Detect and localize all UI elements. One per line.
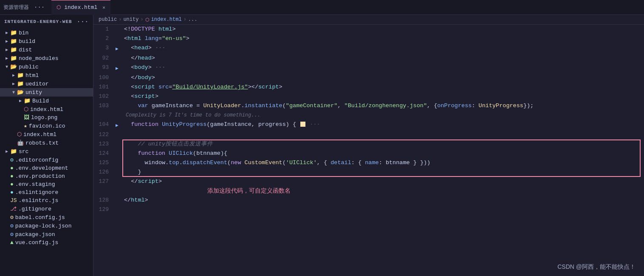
code-line-123: 123 // unity按钮点击发送事件 (93, 139, 644, 149)
sidebar-item-html[interactable]: ▶ 📁 html (0, 71, 93, 80)
breadcrumb-html-icon: ⬡ (145, 17, 150, 23)
sidebar-item-label: vue.config.js (15, 239, 58, 246)
code-line-100: 100 </body> (93, 73, 644, 83)
sidebar-item-label: Build (32, 98, 49, 104)
sidebar-item-bin[interactable]: ▶ 📁 bin (0, 28, 93, 37)
txt-icon: 🤖 (17, 139, 24, 146)
chevron-right-icon: ▶ (10, 81, 17, 86)
sidebar-header: INTEGRATED-ENERGY-WEB ··· (0, 15, 93, 28)
code-line-103b: Complexity is 7 It's time to do somethin… (93, 111, 644, 120)
sidebar-dots[interactable]: ··· (77, 18, 89, 25)
breadcrumb-public: public (99, 17, 117, 23)
code-line-128: 128 </html> (93, 196, 644, 205)
sidebar-item-dist[interactable]: ▶ 📁 dist (0, 46, 93, 54)
folder-open-icon: 📂 (10, 63, 17, 70)
sidebar-item-vue-config[interactable]: ▲ vue.config.js (0, 239, 93, 247)
sidebar-item-gitignore[interactable]: ⎇ .gitignore (0, 205, 93, 213)
folder-icon: 📁 (10, 55, 17, 62)
sidebar-item-label: .env.development (15, 165, 68, 171)
sidebar-item-label: build (19, 38, 35, 45)
breadcrumb-index-html: index.html (151, 17, 182, 23)
json-icon: ⚙ (10, 231, 14, 238)
sidebar-item-editorconfig[interactable]: ⚙ .editorconfig (0, 156, 93, 164)
sidebar-item-label: dist (19, 47, 32, 53)
code-line-126: 126 } (93, 168, 644, 177)
sidebar-item-label: .eslintignore (15, 189, 58, 196)
code-line-3: 3 ▶ <head> ··· (93, 43, 644, 54)
js-icon: JS (10, 197, 17, 204)
editor-tab[interactable]: ⬡ index.html ✕ (51, 0, 110, 15)
chevron-right-icon: ▶ (3, 56, 10, 61)
code-line-104: 104 ▶ function UnityProgress(gameInstanc… (93, 120, 644, 130)
sidebar-item-env-staging[interactable]: ● .env.staging (0, 180, 93, 188)
sidebar-item-public[interactable]: ▼ 📂 public (0, 63, 93, 71)
sidebar-item-robots-txt[interactable]: 🤖 robots.txt (0, 139, 93, 147)
sidebar-item-label: public (19, 64, 39, 70)
editor-area[interactable]: 1 <!DOCTYPE html> 2 <html lang="en-us"> … (93, 25, 644, 276)
vue-icon: ▲ (10, 239, 14, 246)
sidebar-item-logo-png[interactable]: 🖼 logo.png (0, 114, 93, 122)
code-line-103: 103 var gameInstance = UnityLoader.insta… (93, 101, 644, 111)
sidebar-item-build[interactable]: ▶ 📁 build (0, 37, 93, 46)
folder-icon: 📁 (10, 46, 17, 53)
code-line-127: 127 </script> (93, 177, 644, 186)
sidebar-item-package-lock[interactable]: ⚙ package-lock.json (0, 222, 93, 230)
sidebar-item-label: favicon.ico (29, 123, 65, 129)
sidebar-item-package-json[interactable]: ⚙ package.json (0, 230, 93, 239)
code-line-124: 124 function UIClick(btnname){ (93, 149, 644, 158)
sidebar-item-index-html-unity[interactable]: ⬡ index.html (0, 105, 93, 114)
json-icon: ⚙ (10, 222, 14, 229)
code-line-125: 125 window.top.dispatchEvent(new CustomE… (93, 158, 644, 168)
code-line-93: 93 ▶ <body> ··· (93, 63, 644, 73)
image-icon: 🖼 (24, 114, 29, 121)
sidebar-item-label: babel.config.js (15, 214, 65, 221)
folder-icon: 📁 (17, 72, 24, 79)
sidebar-item-env-dev[interactable]: ● .env.development (0, 164, 93, 172)
sidebar-item-favicon[interactable]: ★ favicon.ico (0, 122, 93, 130)
folder-icon: 📁 (10, 148, 17, 155)
sidebar-item-src[interactable]: ▶ 📁 src (0, 147, 93, 156)
git-icon: ⎇ (10, 205, 17, 212)
explorer-dots[interactable]: ··· (34, 4, 45, 11)
sidebar-item-eslintignore[interactable]: ● .eslintignore (0, 188, 93, 196)
sidebar: INTEGRATED-ENERGY-WEB ··· ▶ 📁 bin ▶ 📁 bu… (0, 15, 93, 276)
js-icon: ⚙ (10, 214, 14, 221)
sidebar-item-label: .editorconfig (15, 157, 58, 163)
sidebar-item-label: logo.png (31, 114, 57, 121)
sidebar-item-env-prod[interactable]: ● .env.production (0, 172, 93, 180)
breadcrumb-ellipsis: ... (188, 17, 198, 23)
sidebar-item-unity[interactable]: ▼ 📂 unity (0, 88, 93, 97)
chevron-right-icon: ▶ (3, 47, 10, 52)
sidebar-item-node-modules[interactable]: ▶ 📁 node_modules (0, 54, 93, 63)
env-icon: ● (10, 165, 14, 171)
sidebar-item-label: .eslintrc.js (19, 197, 59, 204)
code-line-hint: 添加这段代码，可自定义函数名 (93, 186, 644, 196)
sidebar-item-index-html-public[interactable]: ⬡ index.html (0, 130, 93, 139)
folder-icon: 📁 (24, 97, 31, 104)
explorer-title: 资源管理器 (3, 4, 29, 11)
chevron-right-icon: ▶ (3, 39, 10, 44)
html-icon: ⬡ (24, 106, 28, 113)
code-line-101: 101 <script src="Build/UnityLoader.js"><… (93, 83, 644, 92)
chevron-right-icon: ▶ (10, 73, 17, 78)
sidebar-item-eslintrc[interactable]: JS .eslintrc.js (0, 196, 93, 205)
sidebar-item-label: robots.txt (25, 140, 59, 146)
code-line-2: 2 <html lang="en-us"> (93, 34, 644, 43)
sidebar-item-label: index.html (30, 106, 63, 113)
breadcrumb: public › unity › ⬡ index.html › ... (93, 15, 644, 25)
env-icon: ● (10, 173, 14, 179)
html-icon: ⬡ (17, 131, 22, 138)
config-icon: ⚙ (10, 156, 14, 163)
folder-icon: 📁 (17, 80, 24, 87)
code-line-92: 92 </head> (93, 54, 644, 63)
ico-icon: ★ (24, 122, 27, 129)
tab-close-button[interactable]: ✕ (102, 5, 105, 10)
chevron-right-icon: ▶ (3, 30, 10, 35)
sidebar-item-label: node_modules (19, 55, 59, 62)
sidebar-item-ueditor[interactable]: ▶ 📁 ueditor (0, 80, 93, 88)
chevron-down-icon: ▼ (3, 65, 10, 69)
sidebar-item-label: html (25, 72, 39, 79)
sidebar-item-Build[interactable]: ▶ 📁 Build (0, 97, 93, 105)
sidebar-item-label: bin (19, 30, 28, 36)
sidebar-item-babel[interactable]: ⚙ babel.config.js (0, 213, 93, 222)
